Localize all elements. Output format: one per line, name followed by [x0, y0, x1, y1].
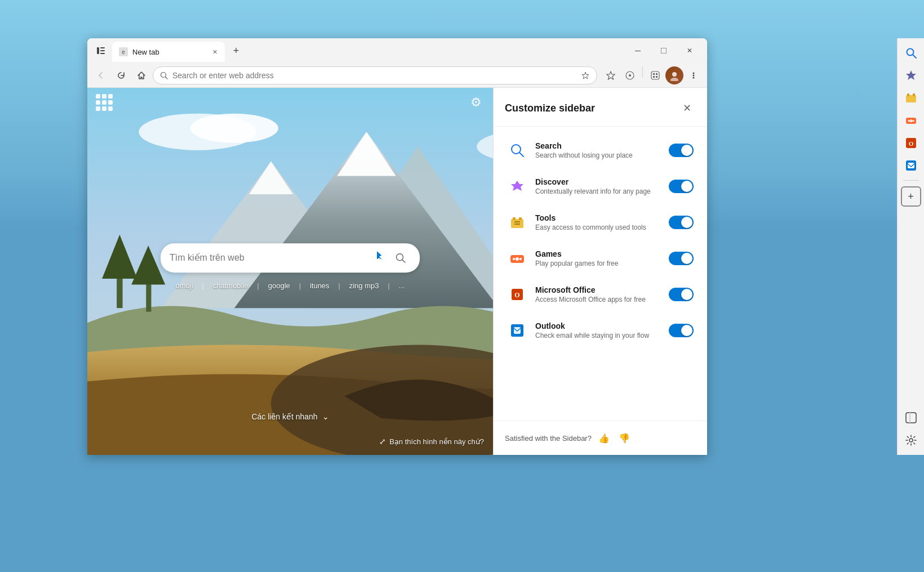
sidebar-item-outlook[interactable]: Outlook Check email while staying in you…	[503, 314, 698, 347]
sidebar-item-games[interactable]: Games Play popular games for free	[503, 242, 698, 275]
discover-sidebar-icon	[507, 176, 527, 196]
sidebar-item-search[interactable]: Search Search without losing your place	[503, 133, 698, 167]
minimize-button[interactable]	[625, 42, 651, 60]
search-toggle[interactable]	[669, 144, 694, 157]
close-button[interactable]: ✕	[677, 42, 703, 60]
panel-close-button[interactable]: ✕	[678, 99, 696, 117]
search-item-title: Search	[535, 141, 661, 150]
sidebar-outlook-button[interactable]	[901, 155, 921, 176]
search-submit-button[interactable]	[390, 248, 411, 268]
sidebar-customize-panel-button[interactable]	[901, 408, 921, 428]
svg-text:O: O	[908, 140, 913, 147]
search-suggestions: omoji | chatmobile | google | itunes | z…	[176, 281, 405, 290]
thumbs-down-button[interactable]: 👎	[616, 430, 632, 446]
tools-item-text: Tools Easy access to commonly used tools	[535, 213, 661, 231]
discover-item-text: Discover Contextually relevant info for …	[535, 177, 661, 195]
svg-rect-68	[909, 120, 913, 122]
sidebar-search-button[interactable]	[901, 43, 921, 63]
apps-grid-icon	[96, 94, 113, 111]
svg-line-9	[166, 77, 168, 79]
svg-point-22	[693, 74, 695, 76]
suggestion-more[interactable]: ...	[399, 281, 405, 290]
home-button[interactable]	[132, 66, 150, 84]
svg-line-42	[519, 153, 523, 157]
page-header-controls: ⚙	[94, 92, 486, 113]
suggestion-chatmobile[interactable]: chatmobile	[213, 281, 248, 290]
search-sidebar-icon	[507, 140, 527, 160]
address-input[interactable]	[172, 71, 576, 80]
new-tab-button[interactable]: +	[227, 42, 245, 60]
svg-line-59	[913, 55, 916, 58]
browser-window: e New tab ✕ + ✕	[87, 38, 707, 455]
outlook-toggle[interactable]	[669, 324, 694, 337]
svg-rect-0	[97, 47, 99, 54]
browser-essentials-icon-btn[interactable]	[646, 66, 664, 84]
sidebar-settings-button[interactable]	[901, 430, 921, 450]
quick-links-label: Các liên kết nhanh	[251, 412, 317, 421]
bing-logo	[374, 250, 386, 266]
svg-rect-6	[635, 51, 641, 51]
svg-point-19	[672, 72, 677, 77]
back-button[interactable]	[92, 66, 110, 84]
favorites-star-icon[interactable]	[581, 71, 590, 80]
address-bar[interactable]	[153, 66, 597, 84]
office-toggle[interactable]	[669, 288, 694, 301]
search-input[interactable]	[170, 253, 369, 263]
search-icon	[160, 72, 168, 79]
search-item-desc: Search without losing your place	[535, 151, 661, 159]
suggestion-google[interactable]: google	[268, 281, 290, 290]
wallpaper-prompt-bar[interactable]: ⤢ Bạn thích hình nền này chứ?	[379, 437, 484, 446]
sidebar-items-list: Search Search without losing your place	[494, 127, 707, 354]
sidebar-item-tools[interactable]: Tools Easy access to commonly used tools	[503, 205, 698, 239]
maximize-button[interactable]	[651, 42, 677, 60]
svg-rect-62	[907, 93, 909, 96]
games-toggle[interactable]	[669, 252, 694, 265]
discover-item-title: Discover	[535, 177, 661, 186]
sidebar-tools-button[interactable]	[901, 88, 921, 108]
wallpaper-prompt-text: Bạn thích hình nền này chứ?	[389, 437, 484, 446]
settings-menu-button[interactable]	[685, 66, 703, 84]
svg-point-21	[693, 72, 695, 74]
svg-marker-10	[582, 72, 589, 79]
search-box[interactable]	[161, 243, 420, 272]
svg-point-51	[519, 258, 522, 260]
refresh-button[interactable]	[112, 66, 130, 84]
profile-button[interactable]	[665, 66, 683, 84]
active-tab[interactable]: e New tab ✕	[112, 42, 225, 62]
tools-item-title: Tools	[535, 213, 661, 222]
suggestion-itunes[interactable]: itunes	[310, 281, 330, 290]
suggestion-zingmp3[interactable]: zing mp3	[349, 281, 379, 290]
favorites-icon-btn[interactable]	[602, 66, 620, 84]
svg-rect-15	[653, 73, 655, 75]
sidebar-toggle-button[interactable]	[92, 42, 110, 60]
svg-rect-46	[519, 217, 522, 220]
outlook-item-desc: Check email while staying in your flow	[535, 332, 661, 339]
thumbs-up-button[interactable]: 👍	[596, 430, 612, 446]
discover-toggle[interactable]	[669, 180, 694, 193]
tools-toggle[interactable]	[669, 216, 694, 229]
panel-header: Customize sidebar ✕	[494, 88, 707, 127]
svg-marker-43	[511, 181, 523, 191]
outlook-item-text: Outlook Check email while staying in you…	[535, 321, 661, 339]
svg-rect-1	[100, 47, 105, 48]
sidebar-item-office[interactable]: O Microsoft Office Access Microsoft Offi…	[503, 278, 698, 311]
sidebar-divider	[903, 180, 919, 181]
office-item-desc: Access Microsoft Office apps for free	[535, 296, 661, 303]
sidebar-copilot-button[interactable]	[901, 65, 921, 86]
sidebar-games-button[interactable]	[901, 110, 921, 131]
apps-grid-button[interactable]	[94, 92, 114, 113]
sidebar-item-discover[interactable]: Discover Contextually relevant info for …	[503, 169, 698, 203]
search-area: omoji | chatmobile | google | itunes | z…	[161, 243, 420, 290]
page-settings-button[interactable]: ⚙	[466, 92, 486, 113]
customize-sidebar-panel: Customize sidebar ✕ Search	[493, 88, 707, 455]
sidebar-office-button[interactable]: O	[901, 133, 921, 153]
svg-point-75	[909, 439, 913, 442]
games-item-desc: Play popular games for free	[535, 260, 661, 267]
toolbar-icons	[602, 66, 703, 84]
games-item-text: Games Play popular games for free	[535, 249, 661, 267]
quick-links-bar[interactable]: Các liên kết nhanh ⌄	[251, 412, 328, 421]
collections-icon-btn[interactable]	[621, 66, 639, 84]
suggestion-omoji[interactable]: omoji	[176, 281, 193, 290]
sidebar-add-button[interactable]: +	[901, 186, 921, 207]
tab-close-button[interactable]: ✕	[209, 46, 220, 57]
